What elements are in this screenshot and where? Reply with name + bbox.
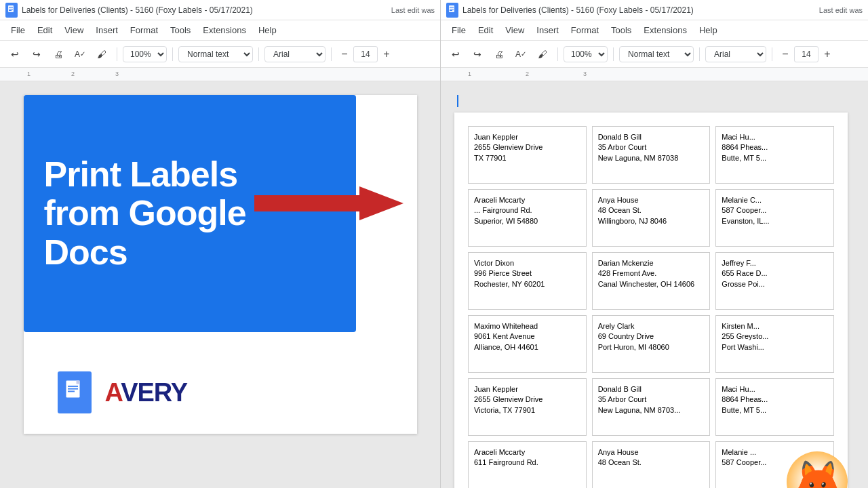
label-cell: Maci Hu...8864 Pheas...Butte, MT 5... [715, 378, 834, 436]
left-doc-icon [5, 3, 18, 18]
right-zoom-select[interactable]: 100% [564, 46, 608, 62]
right-menu-view[interactable]: View [500, 22, 530, 38]
fox-emoji: 🦊 [792, 462, 843, 488]
label-cell: Araceli Mccarty611 Fairground Rd. [468, 441, 587, 488]
right-doc-icon [446, 3, 458, 18]
label-cell: Donald B Gill35 Arbor CourtNew Laguna, N… [592, 126, 711, 184]
red-arrow [254, 183, 403, 224]
right-ruler: 123 [441, 68, 868, 81]
left-font-size-container: − + [337, 46, 394, 62]
svg-rect-8 [68, 391, 75, 392]
avery-logo: AVERY [105, 378, 188, 407]
left-spellcheck-button[interactable]: A✓ [71, 45, 90, 64]
right-panel: Labels for Deliveries (Clients) - 5160 (… [441, 0, 868, 488]
left-menu-tools[interactable]: Tools [165, 22, 196, 38]
right-menu-extensions[interactable]: Extensions [638, 22, 692, 38]
right-toolbar: ↩ ↪ 🖨 A✓ 🖌 100% Normal text Arial − + [441, 41, 868, 68]
left-undo-button[interactable]: ↩ [5, 45, 24, 64]
gdoc-logo-svg [64, 380, 85, 405]
left-sep4 [331, 47, 332, 61]
right-menu-tools[interactable]: Tools [606, 22, 637, 38]
left-doc-title: Labels for Deliveries (Clients) - 5160 (… [22, 5, 253, 15]
left-menu-help[interactable]: Help [253, 22, 282, 38]
left-style-select[interactable]: Normal text [178, 46, 253, 62]
svg-rect-13 [450, 10, 452, 11]
left-menu-bar: File Edit View Insert Format Tools Exten… [0, 20, 440, 41]
left-sep2 [172, 47, 173, 61]
label-cell: Arely Clark69 Country DrivePort Huron, M… [592, 315, 711, 373]
right-sep2 [613, 47, 614, 61]
right-doc-title: Labels for Deliveries (Clients) - 5160 (… [462, 5, 694, 15]
left-menu-insert[interactable]: Insert [90, 22, 123, 38]
left-menu-edit[interactable]: Edit [32, 22, 58, 38]
left-doc-area: Juan Keppler 2655 Glenview Drive Victori… [0, 81, 440, 488]
label-cell: Donald B Gill35 Arbor CourtNew Laguna, N… [592, 378, 711, 436]
arrow-container [254, 183, 403, 226]
label-cell: Darian Mckenzie428 Fremont Ave.Canal Win… [592, 252, 711, 310]
svg-rect-12 [450, 9, 454, 9]
right-redo-button[interactable]: ↪ [468, 45, 487, 64]
gdoc-logo [58, 371, 92, 413]
left-doc-page: Juan Keppler 2655 Glenview Drive Victori… [24, 95, 417, 434]
right-print-button[interactable]: 🖨 [490, 45, 509, 64]
left-menu-extensions[interactable]: Extensions [197, 22, 252, 38]
logos-area: AVERY [58, 371, 188, 413]
left-toolbar: ↩ ↪ 🖨 A✓ 🖌 100% Normal text Arial − + [0, 41, 440, 68]
label-cell: Maci Hu...8864 Pheas...Butte, MT 5... [715, 126, 834, 184]
left-menu-view[interactable]: View [59, 22, 89, 38]
left-font-size-input[interactable] [353, 46, 378, 62]
labels-page: Juan Keppler2655 Glenview DriveTX 77901D… [454, 113, 848, 488]
right-style-select[interactable]: Normal text [619, 46, 694, 62]
right-menu-help[interactable]: Help [694, 22, 723, 38]
app-container: Labels for Deliveries (Clients) - 5160 (… [0, 0, 868, 488]
right-font-size-container: − + [778, 46, 835, 62]
right-font-select[interactable]: Arial [705, 46, 766, 62]
right-paintformat-button[interactable]: 🖌 [533, 45, 552, 64]
left-font-select[interactable]: Arial [264, 46, 326, 62]
left-ruler: 123 [0, 68, 440, 81]
svg-rect-2 [9, 9, 13, 9]
right-spellcheck-button[interactable]: A✓ [511, 45, 530, 64]
left-menu-file[interactable]: File [5, 22, 31, 38]
left-title-bar: Labels for Deliveries (Clients) - 5160 (… [0, 0, 440, 20]
left-panel: Labels for Deliveries (Clients) - 5160 (… [0, 0, 441, 488]
left-zoom-select[interactable]: 100% [123, 46, 167, 62]
right-font-size-input[interactable] [794, 46, 818, 62]
left-paintformat-button[interactable]: 🖌 [92, 45, 111, 64]
right-menu-insert[interactable]: Insert [531, 22, 564, 38]
left-sep1 [117, 47, 117, 61]
label-cell: Jeffrey F...655 Race D...Grosse Poi... [715, 252, 834, 310]
svg-rect-1 [9, 7, 13, 8]
left-font-increase-button[interactable]: + [379, 47, 394, 62]
left-redo-button[interactable]: ↪ [27, 45, 46, 64]
right-sep4 [772, 47, 772, 61]
right-menu-edit[interactable]: Edit [473, 22, 498, 38]
label-cell: Juan Keppler2655 Glenview DriveVictoria,… [468, 378, 587, 436]
right-menu-format[interactable]: Format [566, 22, 604, 38]
svg-marker-4 [254, 186, 403, 220]
label-cell: Araceli Mccarty... Fairground Rd.Superio… [468, 189, 587, 247]
label-cell: Anya House48 Ocean St. [592, 441, 711, 488]
right-doc-area: Juan Keppler2655 Glenview DriveTX 77901D… [441, 81, 868, 488]
right-title-bar: Labels for Deliveries (Clients) - 5160 (… [441, 0, 868, 20]
right-sep1 [557, 47, 558, 61]
right-cursor [457, 95, 458, 107]
left-font-decrease-button[interactable]: − [337, 47, 352, 62]
labels-grid: Juan Keppler2655 Glenview DriveTX 77901D… [468, 126, 834, 488]
label-cell: Melanie C...587 Cooper...Evanston, IL... [715, 189, 834, 247]
left-print-button[interactable]: 🖨 [49, 45, 68, 64]
left-last-edit: Last edit was [391, 6, 435, 14]
right-sep3 [699, 47, 700, 61]
left-sep3 [258, 47, 259, 61]
right-undo-button[interactable]: ↩ [446, 45, 465, 64]
right-font-decrease-button[interactable]: − [778, 47, 793, 62]
svg-rect-9 [76, 381, 79, 384]
label-cell: Victor Dixon996 Pierce StreetRochester, … [468, 252, 587, 310]
left-menu-format[interactable]: Format [125, 22, 163, 38]
right-last-edit: Last edit was [819, 6, 863, 14]
svg-rect-11 [450, 7, 454, 8]
right-menu-file[interactable]: File [446, 22, 471, 38]
right-font-increase-button[interactable]: + [820, 47, 835, 62]
right-menu-bar: File Edit View Insert Format Tools Exten… [441, 20, 868, 41]
label-cell: Maximo Whitehead9061 Kent AvenueAlliance… [468, 315, 587, 373]
